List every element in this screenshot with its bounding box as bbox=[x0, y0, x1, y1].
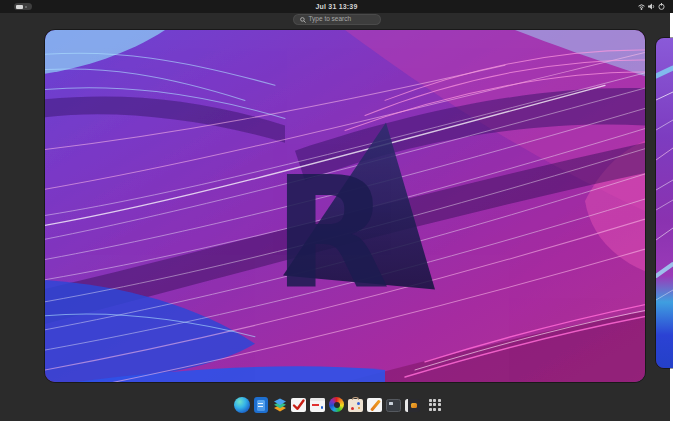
wallpaper-logo-letter: R bbox=[273, 145, 390, 323]
clock-label[interactable]: Jul 31 13:39 bbox=[0, 0, 673, 13]
volume-icon bbox=[648, 3, 655, 10]
layers-app-icon[interactable] bbox=[272, 397, 288, 413]
search-input[interactable]: Type to search bbox=[293, 14, 381, 25]
web-browser-icon[interactable] bbox=[234, 397, 250, 413]
color-wheel-icon[interactable] bbox=[329, 397, 345, 413]
network-icon bbox=[638, 3, 645, 10]
dash-dock bbox=[234, 397, 440, 413]
image-viewer-icon[interactable] bbox=[405, 397, 421, 413]
wallpaper-image: R bbox=[45, 30, 645, 382]
webpage-app-icon[interactable] bbox=[310, 397, 326, 413]
tasks-check-icon[interactable] bbox=[291, 397, 307, 413]
top-bar: Jul 31 13:39 bbox=[0, 0, 673, 13]
workspace-thumbnail-current[interactable]: R bbox=[45, 30, 645, 382]
wallpaper-image-partial bbox=[656, 38, 673, 368]
power-icon bbox=[658, 3, 665, 10]
search-placeholder: Type to search bbox=[309, 16, 352, 23]
terminal-icon[interactable] bbox=[386, 397, 402, 413]
workspace-thumbnail-next[interactable] bbox=[656, 38, 673, 368]
toolbox-icon[interactable] bbox=[348, 397, 364, 413]
journal-icon[interactable] bbox=[253, 397, 269, 413]
gnome-activities-overview: { "topbar": { "clock": "Jul 31 13:39", "… bbox=[0, 0, 673, 424]
app-grid-icon bbox=[429, 399, 442, 412]
app-grid-button[interactable] bbox=[424, 397, 440, 413]
quick-settings-area[interactable] bbox=[638, 0, 665, 13]
search-icon bbox=[300, 17, 306, 23]
text-editor-icon[interactable] bbox=[367, 397, 383, 413]
